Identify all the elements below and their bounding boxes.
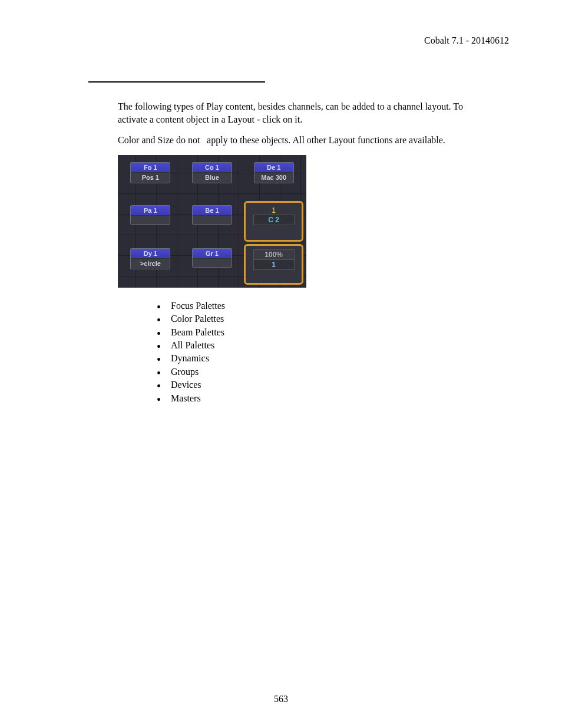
list-item: Masters (153, 392, 485, 405)
list-item: Devices (153, 378, 485, 391)
list-item: Dynamics (153, 352, 485, 365)
layout-panel: Fo 1 Pos 1 Co 1 Blue De 1 Mac 300 Pa 1 (118, 155, 306, 288)
tile-sub: Mac 300 (254, 173, 293, 183)
paragraph-note: Color and Size do not apply to these obj… (118, 134, 485, 147)
tile-color[interactable]: Co 1 Blue (184, 160, 240, 197)
channel-name: C 2 (253, 215, 295, 225)
tile-sub: >circle (131, 259, 170, 269)
content-type-list: Focus Palettes Color Palettes Beam Palet… (153, 299, 485, 405)
para2-not: not (188, 134, 204, 147)
tile-group[interactable]: Gr 1 (184, 246, 240, 283)
tile-beam[interactable]: Be 1 (184, 203, 240, 240)
content-area: The following types of Play content, bes… (118, 100, 485, 405)
list-item: Focus Palettes (153, 299, 485, 312)
header-text: Cobalt 7.1 - 20140612 (53, 35, 509, 46)
tile-head: De 1 (254, 163, 293, 173)
tile-device[interactable]: De 1 Mac 300 (246, 160, 302, 197)
tile-head: Be 1 (193, 206, 232, 216)
master-number: 1 (253, 260, 295, 270)
list-item: Color Palettes (153, 312, 485, 325)
para2-a: Color and Size do (118, 135, 188, 145)
tile-head: Dy 1 (131, 249, 170, 259)
tile-sub: Pos 1 (131, 173, 170, 183)
paragraph-intro: The following types of Play content, bes… (118, 100, 485, 126)
tile-sub (193, 216, 232, 224)
tile-all[interactable]: Pa 1 (123, 203, 178, 240)
section-divider (88, 81, 265, 83)
tile-head: Pa 1 (131, 206, 170, 216)
page: Cobalt 7.1 - 20140612 The following type… (0, 0, 562, 728)
tile-sub (193, 259, 232, 267)
tile-head: Gr 1 (193, 249, 232, 259)
tile-head: Co 1 (193, 163, 232, 173)
master-percent: 100% (253, 249, 295, 260)
para2-b: apply to these objects. All other Layout… (207, 135, 445, 145)
tile-focus[interactable]: Fo 1 Pos 1 (123, 160, 178, 197)
tile-head: Fo 1 (131, 163, 170, 173)
tile-sub: Blue (193, 173, 232, 183)
tile-dynamics[interactable]: Dy 1 >circle (123, 246, 178, 283)
list-item: Beam Palettes (153, 326, 485, 339)
master-tile-selected[interactable]: 100% 1 (246, 246, 302, 283)
list-item: All Palettes (153, 339, 485, 352)
list-item: Groups (153, 365, 485, 378)
page-number: 563 (0, 694, 562, 704)
channel-tile-selected[interactable]: 1 C 2 (246, 203, 302, 240)
tile-sub (131, 216, 170, 224)
channel-number: 1 (253, 206, 295, 215)
